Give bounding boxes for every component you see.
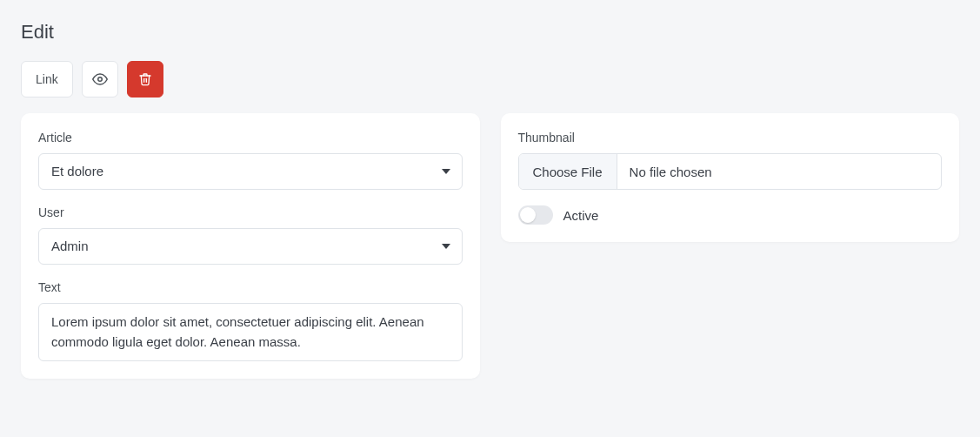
active-label: Active: [563, 208, 599, 223]
thumbnail-file-input[interactable]: Choose File No file chosen: [518, 153, 943, 190]
article-label: Article: [38, 131, 463, 145]
thumbnail-label: Thumbnail: [518, 131, 943, 145]
text-field: Text Lorem ipsum dolor sit amet, consect…: [38, 280, 463, 361]
eye-icon: [92, 71, 108, 87]
link-button[interactable]: Link: [21, 61, 73, 97]
left-column: Article Et dolore User Admin: [21, 113, 480, 379]
article-select[interactable]: Et dolore: [38, 153, 463, 190]
right-card: Thumbnail Choose File No file chosen Act…: [501, 113, 960, 242]
trash-icon: [138, 72, 152, 86]
delete-button[interactable]: [127, 61, 163, 97]
text-input[interactable]: Lorem ipsum dolor sit amet, consectetuer…: [38, 303, 463, 361]
text-label: Text: [38, 280, 463, 294]
toggle-knob: [520, 207, 536, 223]
view-button[interactable]: [82, 61, 118, 97]
user-label: User: [38, 205, 463, 219]
article-value: Et dolore: [38, 153, 463, 190]
toolbar: Link: [21, 61, 959, 97]
form-row: Article Et dolore User Admin: [21, 113, 959, 379]
right-column: Thumbnail Choose File No file chosen Act…: [501, 113, 960, 242]
left-card: Article Et dolore User Admin: [21, 113, 480, 379]
user-field: User Admin: [38, 205, 463, 265]
user-value: Admin: [38, 228, 463, 265]
active-toggle[interactable]: [518, 205, 553, 225]
thumbnail-field: Thumbnail Choose File No file chosen: [518, 131, 943, 190]
file-status: No file chosen: [617, 154, 724, 189]
svg-point-0: [97, 77, 102, 82]
choose-file-button[interactable]: Choose File: [519, 154, 617, 189]
page-title: Edit: [21, 21, 959, 44]
article-field: Article Et dolore: [38, 131, 463, 190]
active-field: Active: [518, 205, 943, 225]
user-select[interactable]: Admin: [38, 228, 463, 265]
